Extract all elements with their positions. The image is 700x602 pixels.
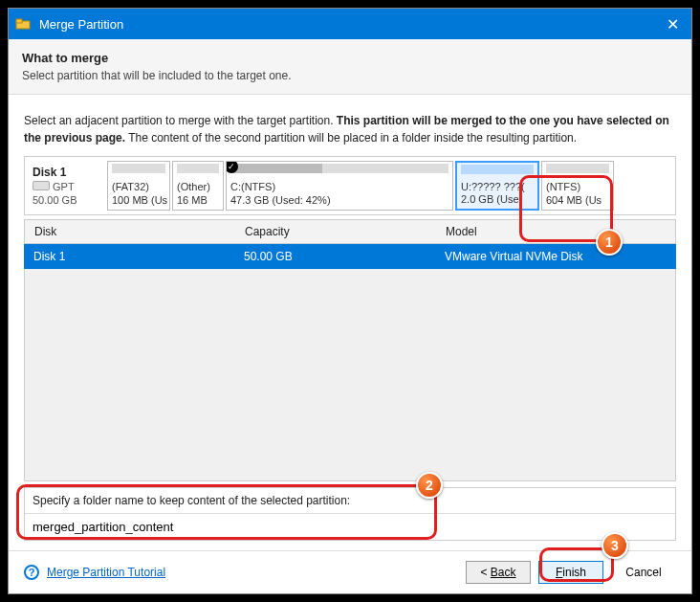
cancel-button[interactable]: Cancel (611, 561, 676, 584)
disk-name: Disk 1 (33, 166, 99, 179)
tutorial-link[interactable]: Merge Partition Tutorial (47, 566, 165, 579)
disk-total-size: 50.00 GB (33, 194, 99, 206)
disk-info: Disk 1 GPT 50.00 GB (25, 157, 107, 214)
titlebar: Merge Partition ✕ (9, 9, 691, 39)
app-icon (14, 15, 32, 33)
disk-table-row[interactable]: Disk 1 50.00 GB VMware Virtual NVMe Disk (24, 244, 676, 269)
finish-label-wrap: Finish (556, 566, 586, 579)
disk-table-blank (24, 269, 676, 481)
partition-size: 2.0 GB (Use (461, 193, 534, 205)
close-icon[interactable]: ✕ (659, 15, 686, 33)
disk-icon (33, 181, 50, 190)
partition-label: (FAT32) (112, 181, 165, 192)
footer: ? Merge Partition Tutorial < Back Finish… (9, 550, 691, 593)
instruction-pre: Select an adjacent partition to merge wi… (24, 114, 337, 127)
disk-scheme: GPT (53, 181, 75, 192)
marker-1: 1 (596, 229, 623, 256)
col-capacity: Capacity (235, 225, 436, 238)
partition-label: (Other) (177, 181, 219, 192)
folder-label: Specify a folder name to keep content of… (25, 488, 675, 513)
cell-disk: Disk 1 (24, 250, 234, 263)
partition-size: 47.3 GB (Used: 42%) (230, 194, 448, 206)
finish-button[interactable]: Finish (538, 561, 603, 584)
partition-label: C:(NTFS) (230, 181, 448, 192)
partition-label: (NTFS) (546, 181, 609, 192)
disk-map: Disk 1 GPT 50.00 GB (FAT32) 100 MB (Us (… (24, 156, 676, 215)
partition-size: 604 MB (Us (546, 194, 609, 206)
col-model: Model (436, 225, 675, 238)
cell-model: VMware Virtual NVMe Disk (435, 250, 676, 263)
window-title: Merge Partition (39, 17, 651, 32)
folder-name-input[interactable] (25, 513, 675, 540)
instruction-post: The content of the second partition will… (125, 131, 577, 145)
folder-section: Specify a folder name to keep content of… (24, 487, 676, 541)
page-subheading: Select partition that will be included t… (22, 69, 678, 82)
header-section: What to merge Select partition that will… (9, 39, 691, 95)
svg-rect-1 (16, 19, 22, 23)
partition-size: 16 MB (177, 194, 219, 206)
page-heading: What to merge (22, 51, 678, 65)
back-label: Back (491, 566, 516, 579)
disk-table-header: Disk Capacity Model (24, 219, 676, 244)
merge-partition-dialog: Merge Partition ✕ What to merge Select p… (8, 8, 692, 594)
marker-3: 3 (602, 532, 628, 559)
partition-u-selected[interactable]: U:????? ???( 2.0 GB (Use (455, 161, 539, 211)
partition-area: (FAT32) 100 MB (Us (Other) 16 MB ✓ C:(NT… (107, 157, 675, 214)
instruction-text: Select an adjacent partition to merge wi… (24, 112, 676, 146)
help-icon: ? (24, 565, 39, 580)
body: Select an adjacent partition to merge wi… (9, 95, 691, 550)
marker-2: 2 (416, 472, 443, 499)
back-button[interactable]: < Back (466, 561, 531, 584)
partition-fat32[interactable]: (FAT32) 100 MB (Us (107, 161, 170, 211)
cell-capacity: 50.00 GB (234, 250, 435, 263)
partition-other[interactable]: (Other) 16 MB (172, 161, 224, 211)
partition-label: U:????? ???( (461, 181, 534, 192)
finish-rest: inish (562, 566, 586, 579)
col-disk: Disk (25, 225, 235, 238)
partition-c-ntfs[interactable]: ✓ C:(NTFS) 47.3 GB (Used: 42%) (226, 161, 453, 211)
partition-ntfs-recovery[interactable]: (NTFS) 604 MB (Us (541, 161, 614, 211)
partition-size: 100 MB (Us (112, 194, 165, 206)
